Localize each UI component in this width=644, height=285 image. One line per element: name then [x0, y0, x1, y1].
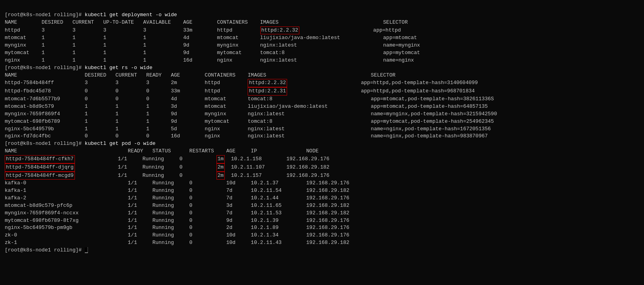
- rs-image-highlight: httpd:2.2.32: [248, 79, 287, 87]
- pod-age-highlight: 2m: [217, 163, 225, 172]
- pod-row: httpd-7584b484ff-djqrg 1/1 Running 0 2m …: [5, 163, 639, 172]
- rs-row: mytomcat-698fb6789 1 1 1 9d mytomcat tom…: [5, 118, 639, 126]
- rs-row: nginx-5bc649579b 1 1 1 5d nginx nginx:la…: [5, 126, 639, 133]
- pod-row: mynginx-7659f869f4-nccxx 1/1 Running 0 7…: [5, 210, 639, 217]
- rs-row: mtomcat-b8d9c579 1 1 1 3d mtomcat liujix…: [5, 103, 639, 111]
- terminal-body: NAME DESIRED CURRENT UP-TO-DATE AVAILABL…: [5, 19, 639, 254]
- pod-row: httpd-7584b484ff-cfkh7 1/1 Running 0 1m …: [5, 155, 639, 163]
- deployment-row: mynginx 1 1 1 1 9d mynginx nginx:latest …: [5, 42, 639, 49]
- pod-row: kafka-2 1/1 Running 0 7d 10.2.1.44 192.1…: [5, 195, 639, 202]
- last-line: [root@k8s-node1 rolling]# █: [5, 247, 639, 254]
- deployment-row: httpd 3 3 3 3 33m httpd httpd:2.2.32 app…: [5, 26, 639, 35]
- terminal: [root@k8s-node1 rolling]# kubectl get de…: [5, 4, 639, 19]
- deployment-headers: NAME DESIRED CURRENT UP-TO-DATE AVAILABL…: [5, 19, 639, 26]
- rs-image-highlight: httpd:2.2.31: [248, 87, 287, 96]
- image-highlight: httpd:2.2.32: [260, 26, 300, 35]
- pod-row: httpd-7584b484ff-mcgd9 1/1 Running 0 2m …: [5, 172, 639, 180]
- pod-row: mtomcat-b8d9c579-pfc6p 1/1 Running 0 3d …: [5, 202, 639, 210]
- pod-row: kafka-1 1/1 Running 0 7d 10.2.11.54 192.…: [5, 187, 639, 195]
- pod-name-highlight: httpd-7584b484ff-djqrg: [5, 163, 75, 172]
- prompt-2: [root@k8s-node1 rolling]# kubectl get rs…: [5, 64, 639, 72]
- pod-row: zk-0 1/1 Running 0 10d 10.2.1.34 192.168…: [5, 232, 639, 239]
- rs-headers: NAME DESIRED CURRENT READY AGE CONTAINER…: [5, 72, 639, 79]
- deployment-row: mtomcat 1 1 1 1 4d mtomcat liujixiao/jav…: [5, 34, 639, 42]
- cmd-1: kubectl get deployment -o wide: [82, 12, 177, 18]
- pod-age-highlight: 2m: [217, 172, 225, 180]
- rs-row: mtomcat-7d6b5577b9 0 0 0 4d mtomcat tomc…: [5, 96, 639, 103]
- pod-row: kafka-0 1/1 Running 0 10d 10.2.1.37 192.…: [5, 180, 639, 187]
- prompt-1: [root@k8s-node1 rolling]#: [5, 12, 82, 18]
- pod-row: zk-1 1/1 Running 0 10d 10.2.11.43 192.16…: [5, 239, 639, 247]
- deployment-row: nginx 1 1 1 1 16d nginx nginx:latest nam…: [5, 57, 639, 64]
- pod-name-highlight: httpd-7584b484ff-cfkh7: [5, 155, 75, 163]
- rs-row: nginx-fd7dc4fbc 0 0 0 16d nginx nginx:la…: [5, 133, 639, 140]
- pod-row: mytomcat-698fb6789-8t7xg 1/1 Running 0 9…: [5, 217, 639, 225]
- rs-row: httpd-7584b484ff 3 3 3 2m httpd httpd:2.…: [5, 79, 639, 87]
- pod-row: nginx-5bc649579b-pm9gb 1/1 Running 0 2d …: [5, 224, 639, 232]
- pod-headers: NAME READY STATUS RESTARTS AGE IP NODE: [5, 148, 639, 155]
- rs-row: mynginx-7659f869f4 1 1 1 9d mynginx ngin…: [5, 111, 639, 118]
- rs-row: httpd-fbdc45d78 0 0 0 33m httpd httpd:2.…: [5, 87, 639, 96]
- pod-name-highlight: httpd-7584b484ff-mcgd9: [5, 172, 75, 180]
- pod-age-highlight: 1m: [217, 155, 225, 163]
- deployment-row: mytomcat 1 1 1 1 9d mytomcat tomcat:8 ap…: [5, 49, 639, 57]
- prompt-3: [root@k8s-node1 rolling]# kubectl get po…: [5, 140, 639, 148]
